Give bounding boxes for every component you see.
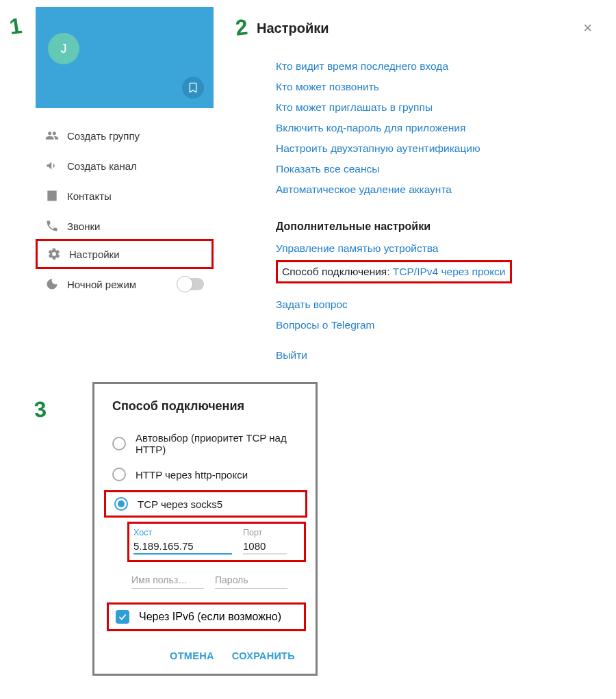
radio-label: TCP через socks5 — [138, 498, 222, 510]
sidebar-item-new-group[interactable]: Создать группу — [36, 120, 214, 151]
section-advanced-title: Дополнительные настройки — [276, 220, 599, 233]
link-two-step[interactable]: Настроить двухэтапную аутентификацию — [276, 138, 599, 159]
radio-icon — [112, 468, 126, 481]
link-auto-delete[interactable]: Автоматическое удаление аккаунта — [276, 179, 599, 200]
link-who-can-call[interactable]: Кто может позвонить — [276, 77, 599, 97]
link-last-seen[interactable]: Кто видит время последнего входа — [276, 56, 599, 77]
radio-label: HTTP через http-прокси — [136, 469, 248, 481]
host-label: Хост — [133, 528, 232, 537]
saved-messages-button[interactable] — [182, 77, 204, 99]
cancel-button[interactable]: ОТМЕНА — [170, 650, 214, 661]
dialog-actions: ОТМЕНА СОХРАНИТЬ — [94, 635, 316, 661]
night-mode-toggle[interactable] — [178, 278, 204, 290]
radio-label: Автовыбор (приоритет TCP над HTTP) — [136, 432, 298, 455]
link-storage[interactable]: Управление памятью устройства — [276, 238, 599, 259]
checkbox-checked-icon — [116, 610, 129, 624]
save-button[interactable]: СОХРАНИТЬ — [232, 650, 295, 661]
sidebar-item-new-channel[interactable]: Создать канал — [36, 151, 214, 181]
step-number-2: 2 — [234, 14, 249, 41]
avatar[interactable]: J — [48, 33, 79, 64]
connection-dialog: Способ подключения Автовыбор (приоритет … — [92, 382, 318, 676]
connection-label: Способ подключения: — [282, 266, 393, 277]
settings-links: Кто видит время последнего входа Кто мож… — [257, 44, 599, 366]
host-input[interactable] — [133, 539, 232, 555]
password-input[interactable]: Пароль — [215, 574, 287, 589]
step-number-3: 3 — [34, 396, 47, 422]
sidebar-header: J — [36, 7, 214, 108]
link-telegram-faq[interactable]: Вопросы о Telegram — [276, 315, 599, 335]
connection-type-row[interactable]: Способ подключения: TCP/IPv4 через прокс… — [276, 260, 512, 283]
port-field: Порт — [243, 528, 287, 555]
sidebar-item-label: Звонки — [67, 220, 100, 232]
ipv6-checkbox-row[interactable]: Через IPv6 (если возможно) — [107, 602, 306, 631]
sidebar-item-label: Ночной режим — [67, 279, 136, 290]
connection-value[interactable]: TCP/IPv4 через прокси — [393, 266, 506, 277]
username-input[interactable]: Имя польз… — [131, 574, 204, 589]
sidebar-item-contacts[interactable]: Контакты — [36, 181, 214, 211]
group-icon — [45, 129, 67, 142]
step-number-1: 1 — [8, 13, 24, 40]
dialog-title: Способ подключения — [112, 399, 316, 414]
sidebar-item-night-mode[interactable]: Ночной режим — [36, 269, 214, 299]
port-label: Порт — [243, 528, 287, 537]
close-button[interactable]: × — [583, 19, 592, 37]
phone-icon — [45, 219, 67, 233]
host-field: Хост — [133, 528, 232, 555]
moon-icon — [45, 277, 67, 291]
sidebar-item-label: Настройки — [69, 249, 120, 260]
bookmark-icon — [188, 82, 198, 93]
link-logout[interactable]: Выйти — [276, 345, 599, 366]
contact-icon — [45, 189, 67, 203]
sidebar-item-label: Контакты — [67, 190, 112, 202]
radio-icon — [112, 437, 126, 450]
host-port-row: Хост Порт — [127, 522, 306, 562]
settings-title: Настройки — [257, 21, 583, 36]
radio-socks5[interactable]: TCP через socks5 — [104, 490, 307, 518]
radio-http[interactable]: HTTP через http-прокси — [94, 461, 316, 487]
sidebar-list: Создать группу Создать канал Контакты Зв… — [36, 108, 214, 299]
settings-panel: Настройки × Кто видит время последнего в… — [257, 19, 599, 366]
sidebar: J Создать группу Создать канал Контакты … — [36, 7, 214, 299]
sidebar-item-label: Создать канал — [67, 160, 137, 172]
gear-icon — [47, 247, 69, 261]
megaphone-icon — [45, 159, 67, 173]
radio-icon-checked — [114, 497, 128, 511]
link-enable-passcode[interactable]: Включить код-пароль для приложения — [276, 118, 599, 138]
ipv6-label: Через IPv6 (если возможно) — [139, 611, 281, 623]
link-ask-question[interactable]: Задать вопрос — [276, 294, 599, 315]
settings-header: Настройки × — [257, 19, 599, 44]
radio-auto[interactable]: Автовыбор (приоритет TCP над HTTP) — [94, 426, 316, 461]
sidebar-item-settings[interactable]: Настройки — [36, 239, 214, 269]
link-who-can-invite[interactable]: Кто может приглашать в группы — [276, 97, 599, 118]
port-input[interactable] — [243, 539, 287, 555]
credentials-row: Имя польз… Пароль — [131, 574, 306, 589]
link-all-sessions[interactable]: Показать все сеансы — [276, 159, 599, 179]
sidebar-item-calls[interactable]: Звонки — [36, 211, 214, 241]
sidebar-item-label: Создать группу — [67, 130, 140, 142]
